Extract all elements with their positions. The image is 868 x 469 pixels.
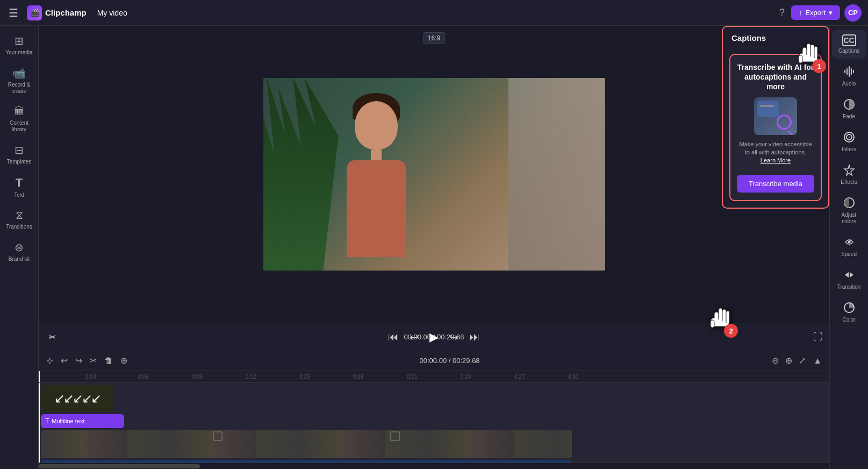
video-preview: 16:9 xyxy=(39,26,829,323)
cc-search-handle xyxy=(788,130,793,135)
main-layout: ⊞ Your media 📹 Record &create 🏛 Content … xyxy=(0,26,868,469)
strip-item-fade[interactable]: Fade xyxy=(832,93,866,124)
center-area: 16:9 xyxy=(39,26,829,469)
grid-icon: ⊞ xyxy=(15,34,24,47)
timeline-select-tool[interactable]: ⊹ xyxy=(44,353,55,368)
scrollbar-thumb[interactable] xyxy=(39,464,200,468)
learn-more-link[interactable]: Learn More xyxy=(761,157,791,164)
strip-item-label: Transition xyxy=(837,284,861,290)
export-icon: ↑ xyxy=(799,9,802,17)
captions-panel-header: Captions xyxy=(723,27,828,47)
cc-text-line xyxy=(759,105,774,107)
fade-icon xyxy=(842,97,857,112)
timeline-undo-button[interactable]: ↩ xyxy=(59,353,70,368)
timeline-save-button[interactable]: ⊕ xyxy=(118,353,130,368)
sidebar-item-content-library[interactable]: 🏛 Content library xyxy=(2,101,37,137)
timeline-time-display: 00:00.00 / 00:29.68 xyxy=(133,357,766,365)
sidebar-item-label: Content library xyxy=(5,120,33,133)
captions-card: Transcribe with AI for autocaptions and … xyxy=(729,54,822,201)
ruler-mark-030: 0:30 xyxy=(568,374,578,380)
video-canvas xyxy=(263,78,605,271)
export-label: Export xyxy=(805,9,826,17)
sidebar-item-your-media[interactable]: ⊞ Your media xyxy=(2,30,37,60)
strip-item-label: Captions xyxy=(838,48,859,54)
record-icon: 📹 xyxy=(12,67,26,80)
export-button[interactable]: ↑ Export ▾ xyxy=(791,5,840,20)
user-avatar[interactable]: CP xyxy=(844,4,862,22)
sidebar-item-label: Templates xyxy=(7,159,32,165)
ruler-mark-012: 0:12 xyxy=(246,374,256,380)
speed-icon xyxy=(842,234,857,250)
timeline-collapse-button[interactable]: ▲ xyxy=(811,354,824,368)
video-clip-marker xyxy=(213,431,223,441)
cc-video-thumb xyxy=(757,101,779,117)
sidebar-item-label: Brand kit xyxy=(9,256,30,262)
video-clip-marker xyxy=(390,431,400,441)
strip-item-adjust-colors[interactable]: Adjust colors xyxy=(832,191,866,229)
sidebar-item-label: Text xyxy=(14,192,24,198)
cc-graphic xyxy=(754,97,797,135)
person-figure xyxy=(317,88,435,271)
filters-icon xyxy=(842,130,857,145)
strip-item-color[interactable]: Color xyxy=(832,296,866,328)
topbar: ☰ 🎬 Clipchamp My video ? ↑ Export ▾ CP xyxy=(0,0,868,26)
zoom-out-button[interactable]: ⊖ xyxy=(770,353,781,368)
sidebar-item-label: Transitions xyxy=(6,224,32,230)
captions-card-title: Transcribe with AI for autocaptions and … xyxy=(737,62,814,92)
right-icon-strip: CC Captions Audio Fade Filters Effects xyxy=(829,26,868,469)
sidebar-item-text[interactable]: T Text xyxy=(2,172,37,203)
hamburger-menu-button[interactable]: ☰ xyxy=(6,4,20,22)
motion-track[interactable]: ↙↙↙↙↙ xyxy=(41,385,113,412)
transcribe-media-button[interactable]: Transcribe media xyxy=(737,175,814,193)
timeline-scrollbar[interactable] xyxy=(39,463,829,469)
captions-illustration xyxy=(754,97,797,135)
video-track[interactable] xyxy=(41,430,572,458)
strip-item-filters[interactable]: Filters xyxy=(832,125,866,157)
ruler-mark-027: 0:27 xyxy=(514,374,525,380)
captions-panel: Captions Transcribe with AI for autocapt… xyxy=(722,26,829,209)
library-icon: 🏛 xyxy=(14,105,25,118)
cut-tool-button[interactable]: ✂ xyxy=(45,328,60,346)
aspect-ratio-badge: 16:9 xyxy=(423,32,445,44)
svg-marker-4 xyxy=(844,165,854,175)
ruler-mark-021: 0:21 xyxy=(407,374,417,380)
sidebar-item-record[interactable]: 📹 Record &create xyxy=(2,62,37,99)
skip-to-start-button[interactable]: ⏮ xyxy=(385,328,402,346)
zoom-in-button[interactable]: ⊕ xyxy=(783,353,794,368)
playback-controls: ✂ ⏮ ↩ ▶ ↪ ⏭ 00:00.00 / 00:29.68 ⛶ xyxy=(39,323,829,351)
strip-item-audio[interactable]: Audio xyxy=(832,60,866,91)
ruler-mark-009: 0:09 xyxy=(192,374,202,380)
sidebar-item-brand-kit[interactable]: ⊛ Brand kit xyxy=(2,237,37,267)
help-button[interactable]: ? xyxy=(777,5,787,20)
video-title[interactable]: My video xyxy=(93,6,132,19)
timeline-tracks: ↙↙↙↙↙ T Multiline text ♪ Right a xyxy=(39,383,829,463)
timeline-delete-button[interactable]: 🗑 xyxy=(102,354,115,368)
zoom-fit-button[interactable]: ⤢ xyxy=(797,353,808,368)
timeline-ruler: 0:03 0:06 0:09 0:12 0:15 0:18 0:21 0:24 … xyxy=(39,371,829,383)
time-display: 00:00.00 / 00:29.68 xyxy=(404,333,464,341)
logo-icon: 🎬 xyxy=(27,5,42,20)
sidebar-item-label: Your media xyxy=(5,49,32,56)
sidebar-item-transitions[interactable]: ⧖ Transitions xyxy=(2,205,37,234)
captions-icon: CC xyxy=(842,34,856,46)
strip-item-speed[interactable]: Speed xyxy=(832,230,866,262)
templates-icon: ⊟ xyxy=(15,144,24,157)
timeline: ⊹ ↩ ↪ ✂ 🗑 ⊕ 00:00.00 / 00:29.68 ⊖ ⊕ ⤢ ▲ … xyxy=(39,351,829,469)
strip-item-transition[interactable]: Transition xyxy=(832,263,866,295)
ruler-mark-003: 0:03 xyxy=(85,374,96,380)
text-track[interactable]: T Multiline text xyxy=(41,414,124,428)
strip-item-captions[interactable]: CC Captions xyxy=(832,30,866,59)
strip-item-effects[interactable]: Effects xyxy=(832,158,866,190)
audio-strip-icon xyxy=(842,64,857,79)
fullscreen-button[interactable]: ⛶ xyxy=(813,331,823,343)
adjust-colors-icon xyxy=(842,195,857,210)
skip-to-end-button[interactable]: ⏭ xyxy=(466,328,483,346)
timeline-redo-button[interactable]: ↪ xyxy=(73,353,84,368)
app-name: Clipchamp xyxy=(45,8,87,17)
sidebar-item-templates[interactable]: ⊟ Templates xyxy=(2,139,37,169)
text-track-label: Multiline text xyxy=(52,418,84,424)
timeline-cut-button[interactable]: ✂ xyxy=(88,353,99,368)
ruler-mark-006: 0:06 xyxy=(138,374,148,380)
brand-kit-icon: ⊛ xyxy=(15,241,24,254)
sidebar-item-label: Record &create xyxy=(8,82,31,95)
